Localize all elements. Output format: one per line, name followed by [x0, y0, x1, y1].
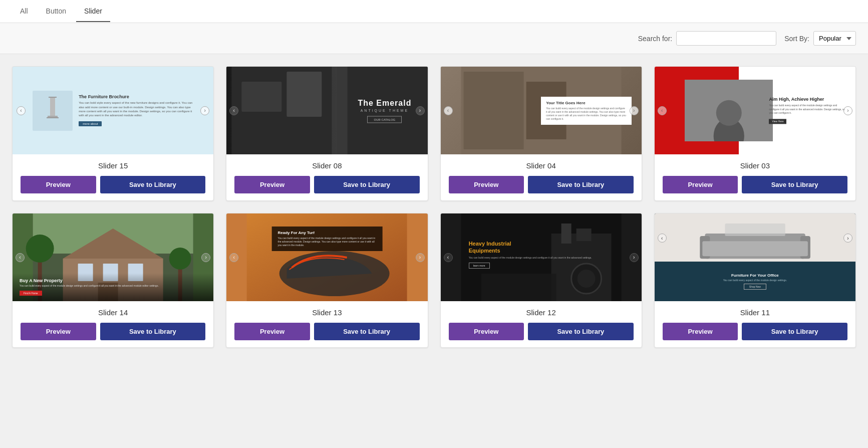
- card-info-slider08: Slider 08 Preview Save to Library: [226, 154, 427, 200]
- card-title-slider15: Slider 15: [21, 161, 205, 170]
- card-actions-slider08: Preview Save to Library: [234, 176, 419, 193]
- card-info-slider03: Slider 03 Preview Save to Library: [655, 154, 855, 200]
- svg-point-32: [577, 270, 595, 288]
- svg-point-22: [26, 235, 54, 263]
- card-actions-slider11: Preview Save to Library: [663, 323, 847, 340]
- tab-all[interactable]: All: [12, 1, 36, 22]
- svg-rect-12: [716, 100, 742, 126]
- save-button-slider13[interactable]: Save to Library: [314, 323, 420, 340]
- save-button-slider03[interactable]: Save to Library: [742, 176, 847, 193]
- nav-arrow-right-12[interactable]: ›: [630, 253, 639, 262]
- nav-arrow-right-13[interactable]: ›: [416, 253, 425, 262]
- thumbnail-slider03: Aim High, Achieve Higher You can build e…: [655, 67, 855, 154]
- save-button-slider08[interactable]: Save to Library: [314, 176, 420, 193]
- preview-button-slider12[interactable]: Preview: [449, 323, 524, 340]
- svg-rect-1: [50, 98, 55, 117]
- svg-rect-6: [287, 72, 322, 117]
- card-title-slider14: Slider 14: [21, 308, 205, 317]
- nav-arrow-right-11[interactable]: ›: [843, 234, 852, 243]
- card-info-slider13: Slider 13 Preview Save to Library: [226, 301, 427, 347]
- svg-rect-2: [48, 116, 58, 117]
- search-label: Search for:: [638, 35, 672, 43]
- nav-arrow-right-03[interactable]: ›: [843, 106, 852, 115]
- svg-rect-3: [47, 117, 59, 118]
- nav-arrow-left-04[interactable]: ‹: [444, 106, 453, 115]
- nav-arrow-right-04[interactable]: ›: [630, 106, 639, 115]
- card-actions-slider15: Preview Save to Library: [21, 176, 205, 193]
- nav-arrow-left[interactable]: ‹: [17, 106, 26, 115]
- thumbnail-slider04: Your Title Goes Here You can build every…: [441, 67, 642, 154]
- svg-rect-0: [49, 97, 57, 98]
- svg-rect-30: [576, 229, 591, 241]
- card-slider12: Heavy IndustrialEquipments You can build…: [440, 213, 642, 348]
- card-slider15: ‹ The Furniture Brochure You can bold st…: [12, 66, 214, 201]
- nav-arrow-right[interactable]: ›: [200, 106, 209, 115]
- thumbnail-slider11: Furniture For Your Office You can build …: [655, 213, 855, 301]
- tab-button[interactable]: Button: [38, 1, 74, 22]
- nav-arrow-left-03[interactable]: ‹: [658, 106, 667, 115]
- card-slider14: Buy A New Property You can build every a…: [12, 213, 214, 348]
- card-slider03: Aim High, Achieve Higher You can build e…: [654, 66, 856, 201]
- preview-button-slider08[interactable]: Preview: [234, 176, 310, 193]
- svg-rect-33: [481, 274, 556, 301]
- preview-button-slider11[interactable]: Preview: [663, 323, 738, 340]
- template-grid: ‹ The Furniture Brochure You can bold st…: [0, 54, 868, 360]
- thumbnail-slider13: Ready For Any Turf You can build every a…: [226, 213, 427, 301]
- nav-arrow-left-12[interactable]: ‹: [444, 253, 453, 262]
- card-slider04: Your Title Goes Here You can build every…: [440, 66, 642, 201]
- nav-arrow-left-13[interactable]: ‹: [229, 253, 238, 262]
- card-info-slider12: Slider 12 Preview Save to Library: [441, 301, 642, 347]
- search-group: Search for:: [638, 31, 776, 46]
- svg-rect-8: [463, 72, 523, 149]
- sort-select[interactable]: Popular Newest Oldest: [813, 31, 856, 46]
- sort-label: Sort By:: [784, 35, 809, 43]
- card-title-slider04: Slider 04: [449, 161, 634, 170]
- card-title-slider03: Slider 03: [663, 161, 847, 170]
- card-title-slider13: Slider 13: [234, 308, 419, 317]
- search-input[interactable]: [676, 31, 776, 46]
- preview-button-slider14[interactable]: Preview: [21, 323, 96, 340]
- thumbnail-slider14: Buy A New Property You can build every a…: [13, 213, 213, 301]
- card-actions-slider03: Preview Save to Library: [663, 176, 847, 193]
- thumbnail-slider08: The Emerald ANTIQUE THEME OUR CATALOG ‹ …: [226, 67, 427, 154]
- nav-arrow-left-08[interactable]: ‹: [229, 106, 238, 115]
- card-info-slider14: Slider 14 Preview Save to Library: [13, 301, 213, 347]
- card-info-slider15: Slider 15 Preview Save to Library: [13, 154, 213, 200]
- save-button-slider14[interactable]: Save to Library: [100, 323, 206, 340]
- save-button-slider04[interactable]: Save to Library: [528, 176, 634, 193]
- nav-arrow-left-14[interactable]: ‹: [16, 253, 25, 262]
- svg-point-24: [169, 248, 191, 270]
- card-title-slider11: Slider 11: [663, 308, 847, 317]
- card-slider08: The Emerald ANTIQUE THEME OUR CATALOG ‹ …: [226, 66, 428, 201]
- save-button-slider12[interactable]: Save to Library: [528, 323, 634, 340]
- card-actions-slider12: Preview Save to Library: [449, 323, 634, 340]
- thumbnail-slider12: Heavy IndustrialEquipments You can build…: [441, 213, 642, 301]
- card-actions-slider13: Preview Save to Library: [234, 323, 419, 340]
- card-slider11: Furniture For Your Office You can build …: [654, 213, 856, 348]
- svg-rect-38: [702, 241, 808, 256]
- tab-slider[interactable]: Slider: [76, 1, 110, 22]
- toolbar: Search for: Sort By: Popular Newest Olde…: [0, 23, 868, 54]
- save-button-slider11[interactable]: Save to Library: [742, 323, 847, 340]
- top-tab-bar: All Button Slider: [0, 0, 868, 23]
- nav-arrow-left-11[interactable]: ‹: [658, 234, 667, 243]
- preview-button-slider03[interactable]: Preview: [663, 176, 738, 193]
- card-slider13: Ready For Any Turf You can build every a…: [226, 213, 428, 348]
- card-actions-slider04: Preview Save to Library: [449, 176, 634, 193]
- preview-button-slider13[interactable]: Preview: [234, 323, 310, 340]
- preview-button-slider04[interactable]: Preview: [449, 176, 524, 193]
- svg-rect-39: [725, 223, 785, 236]
- card-actions-slider14: Preview Save to Library: [21, 323, 205, 340]
- card-info-slider11: Slider 11 Preview Save to Library: [655, 301, 855, 347]
- nav-arrow-right-14[interactable]: ›: [201, 253, 210, 262]
- svg-rect-5: [242, 82, 282, 112]
- sort-group: Sort By: Popular Newest Oldest: [784, 31, 856, 46]
- preview-button-slider15[interactable]: Preview: [21, 176, 96, 193]
- card-info-slider04: Slider 04 Preview Save to Library: [441, 154, 642, 200]
- nav-arrow-right-08[interactable]: ›: [416, 106, 425, 115]
- thumbnail-slider15: ‹ The Furniture Brochure You can bold st…: [13, 67, 213, 154]
- card-title-slider08: Slider 08: [234, 161, 419, 170]
- save-button-slider15[interactable]: Save to Library: [100, 176, 206, 193]
- card-title-slider12: Slider 12: [449, 308, 634, 317]
